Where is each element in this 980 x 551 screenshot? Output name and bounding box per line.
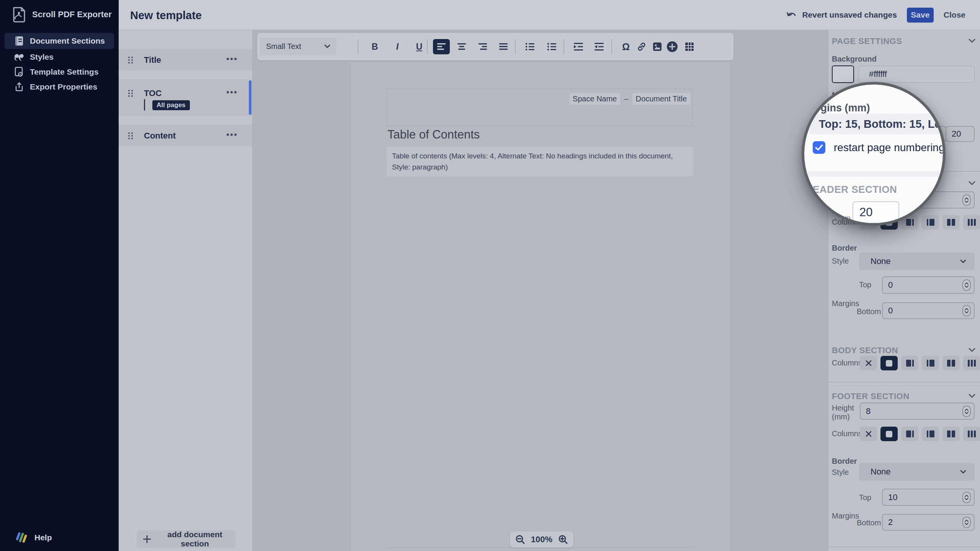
header-border-style-select[interactable]: None — [859, 253, 975, 270]
footer-margin-top-input[interactable]: 10 — [882, 489, 975, 506]
columns-one-button[interactable] — [880, 356, 898, 370]
indent-button[interactable] — [570, 39, 586, 54]
stepper-control[interactable] — [962, 406, 971, 417]
quote-icon — [15, 53, 24, 61]
background-color-input[interactable]: #ffffff — [859, 66, 975, 83]
columns-one-button[interactable] — [880, 427, 898, 441]
zoom-in-icon[interactable] — [558, 535, 568, 544]
footer-section-header[interactable]: FOOTER SECTION — [832, 391, 910, 401]
toolbar-separator — [611, 39, 612, 54]
columns-none-button[interactable] — [860, 356, 877, 370]
special-character-button[interactable]: Ω — [618, 39, 634, 54]
background-color-swatch[interactable] — [832, 65, 854, 83]
bullet-list-button[interactable] — [544, 39, 560, 54]
lens-header-section-label: EADER SECTION — [813, 184, 897, 196]
align-justify-icon — [499, 43, 508, 50]
value: 0 — [888, 306, 893, 316]
sidebar-item-export-properties[interactable]: Export Properties — [5, 79, 114, 95]
sidebar-item-document-sections[interactable]: Document Sections — [5, 33, 114, 49]
columns-two-button[interactable] — [942, 427, 960, 441]
footer-height-input[interactable]: 8 — [860, 403, 975, 420]
section-menu-icon[interactable] — [226, 91, 237, 94]
align-justify-button[interactable] — [495, 39, 511, 54]
sidebar-item-label: Export Properties — [30, 82, 97, 91]
all-pages-badge[interactable]: All pages — [152, 100, 190, 110]
editor-toolbar: Small Text B I U — [257, 33, 733, 60]
columns-two-button[interactable] — [942, 356, 960, 370]
zoom-out-icon[interactable] — [515, 535, 525, 544]
section-card-toc[interactable]: TOC All pages — [119, 79, 252, 116]
section-menu-icon[interactable] — [226, 133, 237, 136]
close-button[interactable]: Close — [944, 10, 965, 20]
save-button[interactable]: Save — [907, 8, 934, 23]
section-menu-icon[interactable] — [226, 57, 237, 60]
two-columns-icon — [947, 360, 951, 367]
export-icon — [15, 82, 24, 92]
stepper-control[interactable] — [962, 492, 971, 503]
revert-unsaved-changes-button[interactable]: Revert unsaved changes — [787, 10, 897, 20]
stepper-control[interactable] — [962, 279, 971, 291]
sidebar-item-template-settings[interactable]: Template Settings — [5, 64, 114, 80]
toc-placeholder-block[interactable]: Table of contents (Max levels: 4, Altern… — [387, 147, 693, 176]
columns-three-button[interactable] — [963, 427, 980, 441]
footer-margin-bottom-input[interactable]: 2 — [882, 514, 975, 531]
section-card-title[interactable]: Title — [119, 49, 252, 70]
bold-button[interactable]: B — [367, 39, 383, 54]
toc-heading[interactable]: Table of Contents — [387, 128, 480, 142]
italic-button[interactable]: I — [389, 39, 405, 54]
three-columns-icon — [968, 219, 970, 226]
image-button[interactable] — [649, 39, 665, 54]
chevron-down-icon[interactable] — [969, 181, 975, 185]
header-margin-bottom-input[interactable]: 0 — [882, 302, 975, 319]
page-settings-header[interactable]: PAGE SETTINGS — [832, 36, 902, 46]
columns-main-right-button[interactable] — [901, 356, 918, 370]
table-button[interactable] — [681, 39, 697, 54]
insert-element-button[interactable] — [664, 39, 680, 54]
text-style-select[interactable]: Small Text — [260, 37, 336, 55]
stepper-control[interactable] — [962, 305, 971, 316]
style-label: Style — [832, 257, 849, 266]
align-center-button[interactable] — [454, 39, 470, 54]
space-name-placeholder[interactable]: Space Name — [569, 93, 621, 105]
chevron-down-icon — [324, 44, 330, 48]
stepper-control[interactable] — [962, 517, 971, 528]
section-card-content[interactable]: Content — [119, 125, 252, 146]
header-margin-top-input[interactable]: 0 — [882, 276, 975, 294]
chevron-down-icon[interactable] — [969, 348, 975, 352]
help-label: Help — [34, 533, 52, 542]
columns-none-button[interactable] — [860, 427, 877, 441]
columns-two-button[interactable] — [942, 215, 960, 230]
stepper-control[interactable] — [962, 194, 971, 206]
outdent-button[interactable] — [591, 39, 607, 54]
chevron-down-icon[interactable] — [969, 39, 975, 43]
underline-button[interactable]: U — [411, 39, 427, 54]
page-header-region[interactable]: Space Name – Document Title — [387, 89, 693, 126]
align-right-button[interactable] — [475, 39, 491, 54]
text-style-value: Small Text — [266, 42, 301, 51]
drag-handle-icon[interactable] — [128, 132, 133, 140]
document-title-placeholder[interactable]: Document Title — [632, 93, 690, 105]
bottom-label: Bottom — [857, 518, 881, 527]
footer-border-style-select[interactable]: None — [859, 463, 975, 481]
lens-height-input[interactable]: 20 — [853, 201, 899, 223]
document-page-preview[interactable]: Space Name – Document Title Table of Con… — [351, 62, 730, 551]
chevron-down-icon[interactable] — [969, 394, 975, 398]
margin-right-input[interactable]: 20 — [946, 126, 975, 142]
body-section-header[interactable]: BODY SECTION — [832, 346, 898, 355]
columns-three-button[interactable] — [963, 215, 980, 230]
columns-left-main-button[interactable] — [922, 427, 939, 441]
drag-handle-icon[interactable] — [128, 90, 133, 97]
help-button[interactable]: Help — [15, 531, 52, 544]
table-icon — [685, 42, 694, 51]
columns-three-button[interactable] — [963, 356, 980, 370]
columns-left-main-button[interactable] — [922, 215, 939, 230]
ordered-list-button[interactable] — [522, 39, 538, 54]
columns-left-main-button[interactable] — [922, 356, 939, 370]
add-document-section-button[interactable]: add document section — [137, 530, 235, 548]
sidebar-item-styles[interactable]: Styles — [5, 49, 114, 65]
columns-main-right-button[interactable] — [901, 427, 918, 441]
lens-restart-checkbox[interactable] — [813, 141, 825, 154]
link-button[interactable] — [634, 39, 650, 54]
drag-handle-icon[interactable] — [128, 56, 133, 64]
align-left-button[interactable] — [433, 39, 450, 54]
